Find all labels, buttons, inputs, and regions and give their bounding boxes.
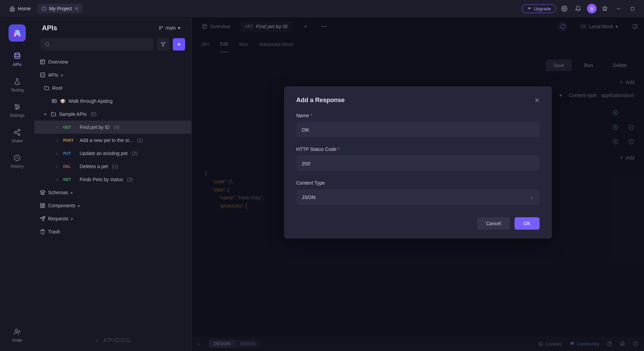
tree-item-0[interactable]: ›GETFind pet by ID(4) xyxy=(34,121,191,134)
bell-icon[interactable] xyxy=(573,3,584,14)
tree-item-count: (2) xyxy=(127,177,133,182)
svg-point-4 xyxy=(15,53,20,55)
tree-item-label: Finds Pets by status xyxy=(80,177,123,182)
close-icon[interactable]: ✕ xyxy=(75,6,79,11)
svg-marker-25 xyxy=(161,43,165,46)
avatar[interactable]: S xyxy=(587,4,597,13)
tree-item-count: (1) xyxy=(137,138,143,143)
project-label: My Project xyxy=(49,6,72,11)
filter-button[interactable] xyxy=(157,38,169,51)
sidebar: APIs main ▾ Overview APIs ▸ xyxy=(34,18,192,351)
gear-icon[interactable] xyxy=(559,3,570,14)
minimize-icon[interactable] xyxy=(613,3,624,14)
chevron-down-icon: ▾ xyxy=(44,111,48,117)
emoji-dog-icon: 🐶 xyxy=(60,98,66,104)
tree-root[interactable]: Root xyxy=(34,81,191,95)
svg-rect-28 xyxy=(41,60,45,64)
tree-apis[interactable]: APIs ▸ xyxy=(34,68,191,81)
tree-item-count: (4) xyxy=(114,124,120,130)
user-plus-icon xyxy=(13,328,21,336)
branch-label: main xyxy=(166,25,176,31)
nav-apis[interactable]: APIs xyxy=(13,52,21,67)
branch-icon xyxy=(159,25,163,30)
clock-icon xyxy=(13,154,21,162)
tree-requests[interactable]: Requests▸ xyxy=(34,212,191,225)
method-badge: POST xyxy=(63,138,77,142)
tree-sample-count: (5) xyxy=(91,111,97,117)
content-type-value: JSON xyxy=(302,194,316,200)
tree-root-label: Root xyxy=(52,85,63,91)
tree-item-count: (1) xyxy=(112,164,118,169)
tree-item-1[interactable]: ›POSTAdd a new pet to the st...(1) xyxy=(34,134,191,147)
close-icon[interactable]: ✕ xyxy=(534,97,540,104)
svg-point-13 xyxy=(18,134,20,136)
tree-walkthrough-label: Walk through Apidog xyxy=(68,98,113,104)
branch-selector[interactable]: main ▾ xyxy=(155,24,184,32)
home-label: Home xyxy=(18,6,31,11)
add-button[interactable] xyxy=(173,38,185,51)
chevron-right-icon: › xyxy=(56,164,60,169)
maximize-icon[interactable] xyxy=(627,3,638,14)
upgrade-label: Upgrade xyxy=(534,6,551,11)
svg-point-23 xyxy=(46,43,49,46)
tree-item-label: Deletes a pet xyxy=(80,164,108,169)
folder-icon xyxy=(51,111,56,117)
sidebar-title: APIs xyxy=(42,24,152,32)
app-logo[interactable] xyxy=(9,24,26,42)
tree-overview[interactable]: Overview xyxy=(34,55,191,68)
box-icon xyxy=(42,6,46,11)
svg-point-1 xyxy=(564,8,565,10)
svg-rect-34 xyxy=(41,204,42,205)
nav-testing[interactable]: Testing xyxy=(11,77,24,92)
watermark: APIDOG xyxy=(34,330,191,351)
status-value: 200 xyxy=(302,161,310,166)
plus-icon xyxy=(176,42,182,47)
tree-schemas-label: Schemas xyxy=(48,190,68,195)
svg-rect-37 xyxy=(43,206,45,208)
ok-button[interactable]: OK xyxy=(515,217,539,230)
svg-line-15 xyxy=(16,133,18,134)
code-icon xyxy=(40,72,45,78)
tree: Overview APIs ▸ Root 🐶 Walk through Apid… xyxy=(34,53,191,330)
method-badge: PUT xyxy=(63,151,77,155)
name-input[interactable]: OK xyxy=(296,122,540,138)
tree-schemas[interactable]: Schemas▸ xyxy=(34,186,191,199)
nav-history[interactable]: History xyxy=(11,154,23,169)
nav-share-label: Share xyxy=(12,139,23,143)
layout-icon xyxy=(40,59,45,65)
cancel-button[interactable]: Cancel xyxy=(477,217,510,230)
svg-point-22 xyxy=(162,26,162,27)
grid-icon xyxy=(40,203,45,208)
svg-rect-0 xyxy=(43,7,46,10)
nav-apis-label: APIs xyxy=(13,62,21,67)
chevron-right-icon: ▸ xyxy=(71,216,75,221)
pin-icon[interactable] xyxy=(599,3,610,14)
tree-item-3[interactable]: ›DELDeletes a pet(1) xyxy=(34,160,191,173)
tree-components-label: Components xyxy=(48,203,75,208)
content-type-select[interactable]: JSON⌄ xyxy=(296,189,540,205)
home-tab[interactable]: Home xyxy=(6,4,34,13)
nav-settings[interactable]: Settings xyxy=(10,103,24,118)
tree-item-label: Find pet by ID xyxy=(80,124,110,130)
tree-item-2[interactable]: ›PUTUpdate an existing pet(2) xyxy=(34,147,191,160)
name-label: Name* xyxy=(296,113,540,118)
nav-testing-label: Testing xyxy=(11,88,24,92)
nav-invite[interactable]: Invite xyxy=(12,328,22,343)
nav-share[interactable]: Share xyxy=(12,128,23,143)
sliders-icon xyxy=(13,103,21,111)
project-tab[interactable]: My Project ✕ xyxy=(37,4,83,13)
chevron-right-icon: ▸ xyxy=(71,190,75,195)
tree-sample[interactable]: ▾ Sample APIs (5) xyxy=(34,108,191,121)
status-input[interactable]: 200 xyxy=(296,155,540,171)
upgrade-button[interactable]: Upgrade xyxy=(522,4,556,13)
tree-trash[interactable]: Trash xyxy=(34,225,191,238)
modal-title: Add a Response xyxy=(296,97,540,104)
tree-item-4[interactable]: ›GETFinds Pets by status(2) xyxy=(34,173,191,186)
tree-requests-label: Requests xyxy=(48,216,68,221)
layers-icon xyxy=(40,190,45,195)
tree-item-label: Update an existing pet xyxy=(80,151,127,156)
tree-walkthrough[interactable]: 🐶 Walk through Apidog xyxy=(34,95,191,108)
chevron-down-icon: ⌄ xyxy=(530,194,534,200)
tree-components[interactable]: Components▸ xyxy=(34,199,191,212)
search-input[interactable] xyxy=(41,38,154,51)
